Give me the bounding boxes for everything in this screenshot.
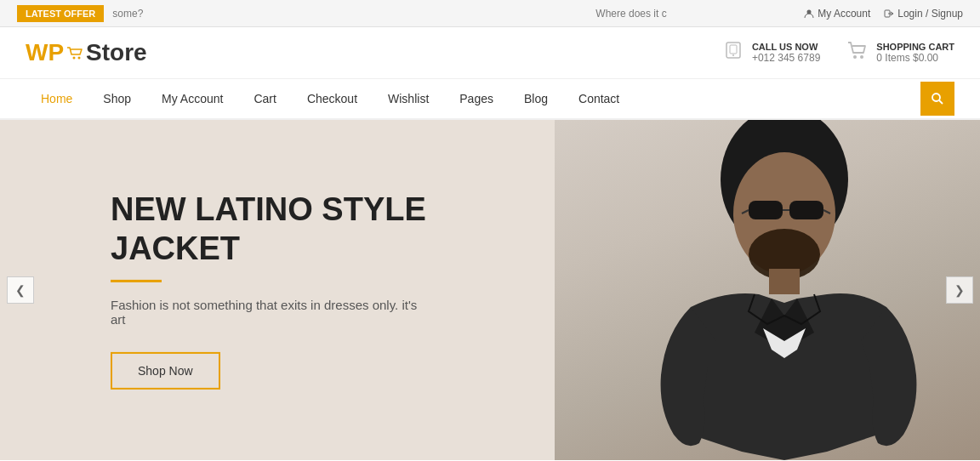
top-bar: LATEST OFFER some? Where does it c My Ac… — [0, 0, 980, 27]
header-cart-text: SHOPPING CART 0 Items $0.00 — [876, 42, 954, 64]
nav-item-blog[interactable]: Blog — [509, 80, 563, 117]
login-icon — [884, 9, 894, 19]
phone-icon — [723, 40, 744, 65]
login-signup-link[interactable]: Login / Signup — [884, 8, 963, 20]
header-contact: CALL US NOW +012 345 6789 — [723, 40, 820, 65]
header-right: CALL US NOW +012 345 6789 SHOPPING CART … — [723, 40, 954, 65]
svg-point-7 — [860, 55, 863, 59]
svg-rect-18 — [769, 269, 800, 294]
svg-rect-4 — [730, 45, 737, 54]
hero-title: NEW LATINO STYLE JACKET — [111, 191, 519, 268]
header: WP Store CALL US NOW +012 345 6789 — [0, 27, 980, 79]
search-icon — [931, 92, 944, 105]
header-contact-text: CALL US NOW +012 345 6789 — [752, 42, 820, 64]
nav-item-shop[interactable]: Shop — [88, 80, 146, 117]
nav-item-pages[interactable]: Pages — [444, 80, 509, 117]
top-bar-right: My Account Login / Signup — [804, 8, 963, 20]
hero-prev-button[interactable]: ❮ — [7, 276, 34, 304]
hero-person-svg — [623, 120, 946, 460]
nav-item-contact[interactable]: Contact — [563, 80, 635, 117]
svg-point-8 — [932, 94, 940, 101]
my-account-link[interactable]: My Account — [804, 8, 870, 20]
svg-point-3 — [78, 57, 81, 60]
hero-subtitle: Fashion is not something that exits in d… — [111, 298, 434, 327]
hero-divider — [111, 280, 162, 282]
shop-now-button[interactable]: Shop Now — [111, 352, 220, 390]
hero-next-button[interactable]: ❯ — [946, 276, 973, 304]
nav-search-button[interactable] — [920, 82, 954, 116]
main-nav: Home Shop My Account Cart Checkout Wishl… — [0, 79, 980, 120]
nav-items: Home Shop My Account Cart Checkout Wishl… — [26, 80, 920, 117]
promo-text: some? — [112, 8, 458, 20]
latest-offer-badge[interactable]: LATEST OFFER — [17, 5, 104, 22]
hero-image — [623, 120, 946, 460]
nav-item-my-account[interactable]: My Account — [146, 80, 238, 117]
logo-cart-icon — [66, 46, 84, 60]
svg-rect-12 — [749, 201, 783, 219]
logo-store: Store — [86, 39, 147, 66]
logo[interactable]: WP Store — [26, 39, 147, 66]
cart-icon — [846, 40, 868, 65]
svg-point-2 — [73, 57, 76, 60]
header-cart[interactable]: SHOPPING CART 0 Items $0.00 — [846, 40, 954, 65]
nav-item-home[interactable]: Home — [26, 80, 88, 117]
nav-item-wishlist[interactable]: Wishlist — [373, 80, 444, 117]
svg-line-9 — [939, 100, 943, 104]
logo-wp: WP — [26, 39, 64, 66]
svg-rect-13 — [789, 201, 823, 219]
search-hint-text: Where does it c — [459, 8, 804, 20]
nav-item-cart[interactable]: Cart — [238, 80, 291, 117]
svg-point-6 — [853, 55, 857, 59]
svg-point-5 — [732, 54, 734, 56]
hero-content: NEW LATINO STYLE JACKET Fashion is not s… — [111, 191, 519, 390]
user-icon — [804, 9, 814, 19]
nav-item-checkout[interactable]: Checkout — [292, 80, 373, 117]
hero-section: NEW LATINO STYLE JACKET Fashion is not s… — [0, 120, 980, 460]
